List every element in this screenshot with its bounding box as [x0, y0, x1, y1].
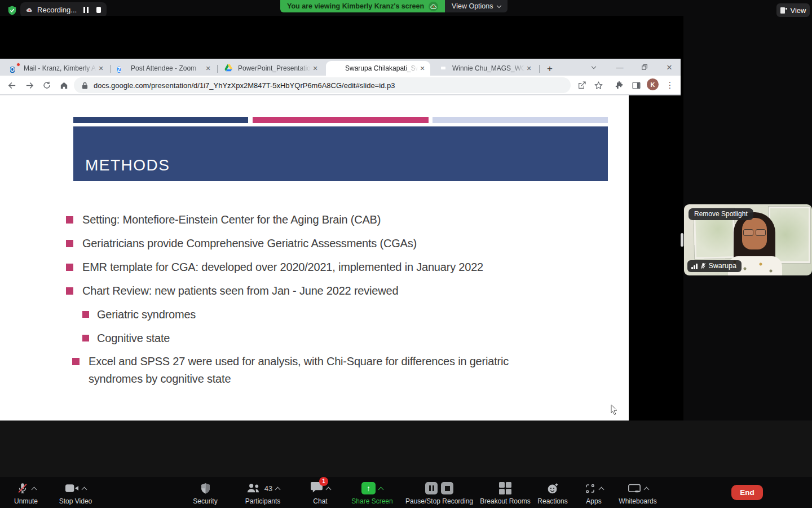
home-icon[interactable]	[57, 78, 70, 92]
tab-zoom[interactable]: Z Post Attendee - Zoom ✕	[112, 61, 216, 76]
zoom-control-toolbar: Unmute Stop Video Security 43 Participan…	[0, 477, 812, 508]
viewing-screen-text: You are viewing Kimberly Kranz's screen	[287, 2, 424, 10]
apps-button[interactable]: Apps	[577, 481, 611, 505]
chevron-up-icon[interactable]	[378, 487, 384, 492]
view-button[interactable]: View	[776, 3, 810, 17]
participants-count: 43	[264, 484, 272, 493]
forward-icon[interactable]	[23, 78, 36, 92]
lock-icon	[82, 82, 88, 89]
participant-video-tile[interactable]: Remove Spotlight Swarupa	[684, 204, 812, 275]
tab-mail[interactable]: O Mail - Kranz, Kimberly Ann ✕	[5, 61, 109, 76]
chevron-up-icon[interactable]	[31, 487, 37, 492]
browser-menu-icon[interactable]: ⋮	[665, 78, 674, 93]
restore-window-button[interactable]	[636, 60, 653, 74]
tab-search-chevron-icon[interactable]	[585, 60, 602, 74]
chevron-up-icon[interactable]	[326, 487, 332, 492]
back-icon[interactable]	[5, 78, 19, 92]
tab-powerpoint[interactable]: PowerPoint_Presentations ✕	[219, 61, 323, 76]
slide-bullet-list: Setting: Montefiore-Einstein Center for …	[0, 208, 592, 391]
tab-winnie[interactable]: Winnie Chu_MAGS_WC.pp ✕	[433, 61, 537, 76]
slide-accent-bar-lavender	[433, 117, 608, 123]
whiteboards-button[interactable]: Whiteboards	[612, 481, 663, 505]
share-page-icon[interactable]	[575, 78, 589, 92]
bullet-square-icon	[66, 240, 73, 247]
chat-button[interactable]: 1 Chat	[303, 481, 337, 505]
close-tab-icon[interactable]: ✕	[96, 64, 105, 73]
chevron-up-icon[interactable]	[275, 487, 281, 492]
chevron-up-icon[interactable]	[643, 487, 649, 492]
viewing-screen-banner: You are viewing Kimberly Kranz's screen …	[280, 0, 508, 12]
unmute-button[interactable]: Unmute	[8, 481, 44, 505]
google-slides-icon	[332, 64, 341, 73]
google-drive-icon	[224, 64, 233, 73]
tab-swarupa-active[interactable]: Swarupa Chilakapati_Swar ✕	[326, 61, 430, 76]
zoom-bottom-background	[0, 421, 812, 477]
bullet-item: Chart Review: new patients seen from Jan…	[0, 279, 592, 303]
tab-title: Winnie Chu_MAGS_WC.pp	[452, 64, 524, 72]
sub-bullet-item: Geriatric syndromes	[0, 303, 592, 326]
stop-recording-button[interactable]	[96, 7, 101, 13]
close-tab-icon[interactable]: ✕	[311, 64, 320, 73]
browser-tab-strip: O Mail - Kranz, Kimberly Ann ✕ Z Post At…	[0, 59, 681, 76]
bullet-item: Geriatricians provide Comprehensive Geri…	[0, 231, 592, 255]
muted-mic-icon	[700, 262, 706, 269]
recording-indicator: Recording...	[20, 2, 107, 17]
tab-title: Mail - Kranz, Kimberly Ann	[24, 64, 96, 72]
close-tab-icon[interactable]: ✕	[204, 64, 213, 73]
security-shield-icon	[7, 5, 17, 16]
bullet-square-icon	[66, 216, 73, 224]
stop-recording-icon[interactable]	[441, 482, 453, 494]
tab-title: Swarupa Chilakapati_Swar	[345, 64, 418, 72]
pause-recording-button[interactable]	[83, 7, 89, 13]
bullet-square-icon	[66, 287, 73, 295]
recording-cloud-icon	[26, 6, 33, 14]
reactions-button[interactable]: Reactions	[532, 481, 573, 505]
participants-icon	[246, 483, 261, 494]
view-options-dropdown[interactable]: View Options	[445, 0, 507, 12]
share-screen-button[interactable]: ↑ Share Screen	[348, 481, 396, 505]
profile-avatar[interactable]: K	[647, 78, 659, 90]
url-text: docs.google.com/presentation/d/1i7_YhYzX…	[94, 81, 395, 90]
pause-recording-icon[interactable]	[425, 482, 438, 494]
participant-name: Swarupa	[709, 262, 736, 270]
remove-spotlight-button[interactable]: Remove Spotlight	[689, 208, 753, 220]
side-panel-icon[interactable]	[629, 78, 643, 92]
tab-separator	[110, 65, 111, 73]
close-tab-icon[interactable]: ✕	[418, 64, 427, 73]
slide-title-banner: METHODS	[73, 126, 608, 181]
tab-title: Post Attendee - Zoom	[131, 64, 204, 72]
chat-unread-badge: 1	[319, 477, 328, 486]
share-screen-icon: ↑	[361, 482, 376, 494]
end-meeting-button[interactable]: End	[731, 485, 763, 500]
security-button[interactable]: Security	[187, 481, 223, 505]
tab-separator	[217, 65, 218, 73]
google-slides-icon	[439, 64, 448, 73]
close-window-button[interactable]: ✕	[661, 60, 678, 74]
glasses	[743, 229, 766, 236]
close-tab-icon[interactable]: ✕	[524, 64, 533, 73]
sub-bullet-item: Cognitive state	[0, 326, 592, 350]
bullet-item: Setting: Montefiore-Einstein Center for …	[0, 208, 592, 231]
minimize-window-button[interactable]: —	[611, 60, 628, 74]
bullet-square-icon	[82, 335, 89, 341]
chevron-up-icon[interactable]	[82, 487, 87, 492]
stop-video-button[interactable]: Stop Video	[55, 481, 96, 505]
recording-label: Recording...	[37, 6, 77, 14]
address-bar[interactable]: docs.google.com/presentation/d/1i7_YhYzX…	[74, 77, 571, 93]
participants-button[interactable]: 43 Participants	[236, 481, 289, 505]
bullet-square-icon	[72, 358, 80, 365]
shield-icon	[200, 482, 211, 495]
whiteboard-icon	[628, 483, 641, 494]
breakout-rooms-button[interactable]: Breakout Rooms	[476, 481, 534, 505]
video-panel-handle[interactable]	[681, 233, 683, 247]
slide-accent-bar-navy	[73, 117, 248, 123]
pause-stop-recording-button[interactable]: Pause/Stop Recording	[401, 481, 477, 505]
outlook-icon: O	[10, 64, 19, 73]
bookmark-star-icon[interactable]	[592, 78, 605, 92]
new-tab-button[interactable]: +	[543, 62, 557, 76]
chrome-browser-window: O Mail - Kranz, Kimberly Ann ✕ Z Post At…	[0, 59, 681, 421]
slide-title: METHODS	[85, 156, 170, 174]
extensions-puzzle-icon[interactable]	[612, 78, 626, 92]
reload-icon[interactable]	[40, 78, 54, 92]
chevron-up-icon[interactable]	[599, 487, 604, 492]
